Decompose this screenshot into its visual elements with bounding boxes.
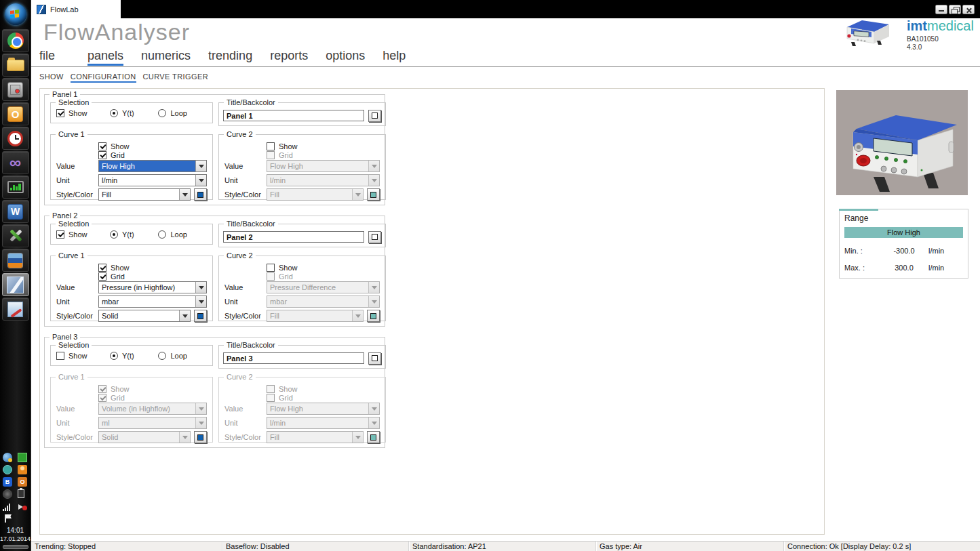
panel3-curve2-color-button[interactable]: [367, 431, 380, 443]
panel2-selection-group: Selection Show Y(t) Loop: [50, 224, 213, 245]
panel2-curve1-color-button[interactable]: [194, 310, 207, 322]
tools-icon: [7, 228, 24, 244]
taskbar-item-flowlab-active[interactable]: [2, 273, 29, 296]
bluetooth-icon[interactable]: B: [3, 477, 12, 487]
menu-file[interactable]: file: [39, 49, 55, 66]
volume-icon[interactable]: [3, 489, 12, 499]
panel2-loop-radio[interactable]: Loop: [158, 230, 207, 239]
chevron-down-icon: [368, 296, 379, 307]
windows-start-icon: [5, 3, 26, 25]
curve2-label: Curve 2: [224, 373, 256, 381]
panel1-yt-radio[interactable]: Y(t): [110, 109, 159, 117]
paint-icon: [7, 302, 23, 317]
battery-icon[interactable]: [18, 489, 24, 498]
taskbar-item-monitor[interactable]: [2, 176, 29, 199]
word-icon: W: [7, 204, 23, 220]
taskbar-item-outlook[interactable]: O: [2, 102, 29, 125]
restore-button[interactable]: [949, 5, 961, 14]
menu-panels[interactable]: panels: [87, 49, 123, 66]
panel2-label: Panel 2: [50, 211, 80, 220]
panel3-curve1-color-button[interactable]: [194, 431, 207, 443]
clock-date: 17.01.2014: [0, 535, 31, 543]
panel1-curve1-unit-dropdown[interactable]: l/min: [98, 174, 207, 186]
onenote-tray-icon[interactable]: O: [18, 477, 27, 487]
panel1-curve1-show-checkbox[interactable]: Show: [98, 142, 207, 150]
panel2-curve1-group: Curve 1 Show Grid Value Pressure (in Hig…: [50, 256, 213, 321]
menu-numerics[interactable]: numerics: [141, 49, 191, 66]
panel3-backcolor-button[interactable]: [368, 352, 381, 365]
panel1-curve2-style-dropdown: Fill: [267, 188, 364, 201]
panel1-curve1-value-dropdown[interactable]: Flow High: [98, 160, 207, 172]
taskbar-item-visualstudio[interactable]: ∞: [2, 151, 29, 174]
panel2-yt-radio[interactable]: Y(t): [110, 230, 159, 239]
taskbar-item-safe[interactable]: [2, 78, 29, 101]
taskbar-item-chrome[interactable]: [2, 29, 29, 52]
panel3-loop-radio[interactable]: Loop: [158, 352, 207, 360]
taskbar-item-clock-app[interactable]: [2, 127, 29, 150]
panel1-curve2-value-dropdown: Flow High: [267, 160, 380, 172]
taskbar-item-paint[interactable]: [2, 298, 29, 321]
menu-reports[interactable]: reports: [270, 49, 308, 66]
range-max-row: Max. : 300.0 l/min: [844, 264, 963, 272]
panel3-curve1-group: Curve 1 Show Grid Value Volume (in Highf…: [50, 377, 213, 443]
panel2-curve2-show-checkbox[interactable]: Show: [267, 264, 380, 272]
panel2-show-checkbox[interactable]: Show: [56, 230, 110, 239]
show-desktop-button[interactable]: [3, 545, 28, 549]
visual-studio-icon: ∞: [9, 156, 21, 169]
menu-trending[interactable]: trending: [208, 49, 252, 66]
tab-configuration[interactable]: CONFIGURATION: [71, 73, 136, 83]
brand-medical: medical: [927, 18, 974, 33]
taskbar-clock[interactable]: 14:01 17.01.2014: [0, 527, 31, 543]
title-backcolor-label: Title/Backcolor: [224, 220, 278, 228]
network-icon[interactable]: [3, 453, 12, 462]
brand-imt: imt: [907, 18, 927, 33]
panel3-group: Panel 3 Selection Show Y(t) Loop Title/B…: [44, 337, 385, 448]
panel1-curve1-color-button[interactable]: [194, 188, 207, 201]
panel2-curve1-style-dropdown[interactable]: Solid: [98, 310, 191, 322]
panel1-loop-radio[interactable]: Loop: [158, 109, 207, 117]
panel1-curve2-show-checkbox[interactable]: Show: [267, 142, 380, 150]
panel1-show-checkbox[interactable]: Show: [56, 109, 110, 117]
panel2-curve1-show-checkbox[interactable]: Show: [98, 264, 207, 272]
alarm-clock-icon: [7, 131, 23, 146]
panel1-backcolor-button[interactable]: [368, 110, 381, 122]
panel2-curve2-unit-dropdown: mbar: [267, 295, 380, 308]
panel1-label: Panel 1: [50, 90, 80, 98]
user-icon[interactable]: [18, 465, 27, 474]
taskbar: O ∞ W B O 14:01 17.01.2014: [0, 0, 31, 551]
panel2-backcolor-button[interactable]: [368, 231, 381, 243]
selection-label: Selection: [56, 341, 92, 349]
sync-icon[interactable]: [3, 465, 12, 474]
panel2-curve1-value-dropdown[interactable]: Pressure (in Highflow): [98, 281, 207, 293]
taskbar-item-tools[interactable]: [2, 224, 29, 247]
status-green-icon[interactable]: [18, 453, 27, 462]
panel2-curve2-color-button[interactable]: [367, 310, 380, 322]
tab-curve-trigger[interactable]: CURVE TRIGGER: [143, 73, 208, 83]
title-bar: FlowLab: [31, 0, 980, 18]
panel3-yt-radio[interactable]: Y(t): [110, 352, 159, 360]
panel2-curve1-grid-checkbox[interactable]: Grid: [98, 272, 207, 281]
device-model: BA101050: [907, 35, 974, 43]
signal-bars-icon[interactable]: [3, 502, 12, 511]
taskbar-item-explorer[interactable]: [2, 54, 29, 77]
taskbar-item-word[interactable]: W: [2, 200, 29, 223]
panel3-curve2-value-dropdown: Flow High: [267, 403, 380, 415]
menu-help[interactable]: help: [383, 49, 406, 66]
panel3-show-checkbox[interactable]: Show: [56, 352, 110, 360]
panel1-curve2-color-button[interactable]: [367, 188, 380, 201]
panel1-title-backcolor-group: Title/Backcolor: [218, 102, 386, 126]
menu-options[interactable]: options: [326, 49, 365, 66]
minimize-button[interactable]: [935, 5, 947, 14]
panel1-curve1-style-dropdown[interactable]: Fill: [98, 188, 191, 201]
panel2-curve1-unit-dropdown[interactable]: mbar: [98, 295, 207, 308]
panel1-title-input[interactable]: [223, 110, 364, 121]
taskbar-item-vmware[interactable]: [2, 249, 29, 272]
close-button[interactable]: [962, 5, 975, 14]
panel2-title-input[interactable]: [223, 231, 364, 243]
action-center-flag-icon[interactable]: [3, 514, 12, 523]
muted-speaker-icon[interactable]: [18, 502, 27, 511]
start-button[interactable]: [2, 1, 29, 28]
panel3-title-input[interactable]: [223, 352, 364, 364]
tab-show[interactable]: SHOW: [39, 73, 64, 83]
panel1-curve1-grid-checkbox[interactable]: Grid: [98, 151, 207, 159]
